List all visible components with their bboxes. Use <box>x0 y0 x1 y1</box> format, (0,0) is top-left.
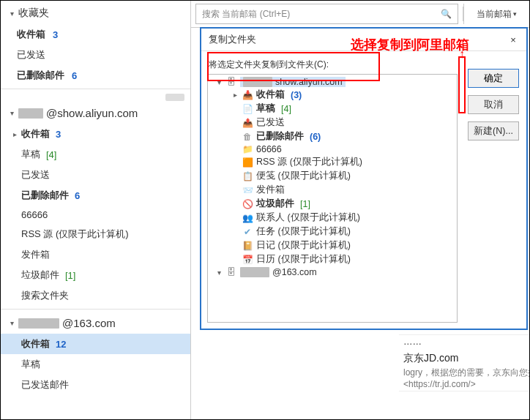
folder-label: 已删除邮件 <box>17 69 64 82</box>
tree-node[interactable]: 📋便笺 (仅限于此计算机) <box>209 169 455 183</box>
dialog-prompt: 将选定文件夹复制到文件夹(C): <box>209 59 456 71</box>
sidebar-item[interactable]: 草稿[4] <box>1 144 190 165</box>
account-suffix: @show.aliyun.com <box>46 107 138 119</box>
node-count: (3) <box>291 90 302 100</box>
node-label: 66666 <box>256 144 282 154</box>
node-label: 已发送 <box>256 116 285 129</box>
account-header[interactable]: ▾@163.com <box>1 312 190 334</box>
search-input[interactable]: 搜索 当前邮箱 (Ctrl+E) 🔍 <box>195 4 458 24</box>
tree-node[interactable]: 🟧RSS 源 (仅限于此计算机) <box>209 155 455 169</box>
search-bar: 搜索 当前邮箱 (Ctrl+E) 🔍 当前邮箱 ▾ <box>191 1 529 28</box>
tree-node[interactable]: 🗑已删除邮件 (6) <box>209 130 455 143</box>
redacted-name <box>18 318 59 329</box>
unread-count: 6 <box>72 70 77 81</box>
folder-label: RSS 源 (仅限于此计算机) <box>21 228 129 241</box>
node-label: 便笺 (仅限于此计算机) <box>256 170 351 182</box>
sidebar-item[interactable]: 已删除邮件6 <box>1 185 190 206</box>
node-label: 发件箱 <box>256 184 285 196</box>
tasks-icon: ✔ <box>242 227 253 237</box>
out-icon: 📨 <box>242 185 253 195</box>
favorites-item[interactable]: 已发送 <box>1 45 190 65</box>
datastore-icon: 🗄 <box>225 77 237 87</box>
tree-account-root[interactable]: ▾ 🗄 show.aliyun.com <box>209 76 455 88</box>
sidebar-item[interactable]: 已发送 <box>1 165 190 185</box>
node-label: 任务 (仅限于此计算机) <box>256 225 351 238</box>
folder-label: 草稿 <box>21 358 40 371</box>
chevron-down-icon: ▾ <box>215 269 223 277</box>
node-label: 日历 (仅限于此计算机) <box>256 253 351 266</box>
tree-node[interactable]: 🚫垃圾邮件 [1] <box>209 197 455 211</box>
chevron-down-icon: ▾ <box>8 319 15 327</box>
redacted-name <box>18 108 43 119</box>
tree-node[interactable]: 📤已发送 <box>209 116 455 130</box>
account-suffix: @163.com <box>62 317 116 329</box>
node-count: [4] <box>281 104 291 114</box>
node-label: 收件箱 <box>256 89 285 101</box>
dialog-titlebar: 复制文件夹 × <box>201 29 526 51</box>
tree-node[interactable]: 📨发件箱 <box>209 183 455 197</box>
sidebar-item[interactable]: 已发送邮件 <box>1 375 190 395</box>
search-scope-dropdown[interactable]: 当前邮箱 ▾ <box>463 4 529 24</box>
scope-label: 当前邮箱 <box>477 8 512 20</box>
mail-list-item[interactable]: 京东JD.com logry，根据您的需要，京东向您推荐"ikbc C87 ..… <box>399 350 530 391</box>
sent-icon: 📤 <box>242 118 253 128</box>
account-header[interactable]: ▾@show.aliyun.com <box>1 102 190 124</box>
cancel-button[interactable]: 取消 <box>468 95 519 114</box>
folder-label: 收件箱 <box>17 28 45 41</box>
unread-count: 3 <box>53 29 58 40</box>
count-badge: 12 <box>56 339 66 350</box>
folder-tree[interactable]: ▾ 🗄 show.aliyun.com ▸📥收件箱 (3)📄草稿 [4]📤已发送… <box>207 74 458 323</box>
folder-label: 收件箱 <box>21 127 50 140</box>
sidebar-item[interactable]: 垃圾邮件[1] <box>1 265 190 285</box>
junk-icon: 🚫 <box>242 199 253 209</box>
sidebar-item[interactable]: 搜索文件夹 <box>1 285 190 306</box>
folder-label: 已删除邮件 <box>21 189 69 202</box>
chevron-right-icon: ▸ <box>11 130 18 138</box>
node-label: 垃圾邮件 <box>256 198 294 210</box>
tree-node[interactable]: 📄草稿 [4] <box>209 102 455 116</box>
sidebar-item[interactable]: 收件箱12 <box>1 334 190 354</box>
new-folder-button[interactable]: 新建(N)... <box>468 121 519 140</box>
node-label: 已删除邮件 <box>256 130 304 143</box>
sidebar-item[interactable]: 发件箱 <box>1 244 190 265</box>
tree-account-other[interactable]: ▾ 🗄 @163.com <box>209 266 455 278</box>
folder-icon: 📁 <box>242 144 253 154</box>
chevron-right-icon: ▸ <box>231 91 239 99</box>
node-label: 联系人 (仅限于此计算机) <box>256 211 360 224</box>
sidebar-item[interactable]: 草稿 <box>1 354 190 375</box>
more-icon[interactable] <box>165 94 184 101</box>
chevron-down-icon: ▾ <box>513 10 517 18</box>
copy-folder-dialog: 复制文件夹 × 将选定文件夹复制到文件夹(C): ▾ 🗄 show.aliyun… <box>200 27 528 330</box>
count-badge: 3 <box>56 129 61 140</box>
folder-label: 已发送 <box>21 168 50 181</box>
sidebar-item[interactable]: 66666 <box>1 206 190 224</box>
favorites-item[interactable]: 收件箱3 <box>1 24 190 45</box>
notes-icon: 📋 <box>242 171 253 181</box>
other-account-label: @163.com <box>272 267 317 277</box>
datastore-icon: 🗄 <box>225 267 237 277</box>
favorites-header[interactable]: ▾ 收藏夹 <box>1 1 190 24</box>
close-icon[interactable]: × <box>507 34 519 45</box>
node-count: (6) <box>310 132 321 142</box>
divider <box>1 89 190 89</box>
ok-button[interactable]: 确定 <box>468 69 519 88</box>
tree-node[interactable]: 📅日历 (仅限于此计算机) <box>209 252 455 266</box>
folder-label: 已发送 <box>17 48 45 61</box>
count-badge: 6 <box>75 190 80 201</box>
draft-icon: 📄 <box>242 104 253 114</box>
tree-node[interactable]: 📔日记 (仅限于此计算机) <box>209 239 455 252</box>
tree-node[interactable]: ✔任务 (仅限于此计算机) <box>209 225 455 239</box>
folder-label: 66666 <box>21 209 48 220</box>
count-badge: [4] <box>46 149 56 160</box>
tree-node[interactable]: ▸📥收件箱 (3) <box>209 88 455 102</box>
search-icon: 🔍 <box>441 9 452 19</box>
sidebar-item[interactable]: ▸收件箱3 <box>1 124 190 144</box>
journal-icon: 📔 <box>242 241 253 251</box>
favorites-item[interactable]: 已删除邮件6 <box>1 65 190 86</box>
node-label: RSS 源 (仅限于此计算机) <box>256 156 362 168</box>
chevron-down-icon: ▾ <box>8 10 15 18</box>
sidebar-item[interactable]: RSS 源 (仅限于此计算机) <box>1 224 190 244</box>
tree-node[interactable]: 📁66666 <box>209 143 455 155</box>
tree-node[interactable]: 👥联系人 (仅限于此计算机) <box>209 211 455 225</box>
rss-icon: 🟧 <box>242 157 253 168</box>
